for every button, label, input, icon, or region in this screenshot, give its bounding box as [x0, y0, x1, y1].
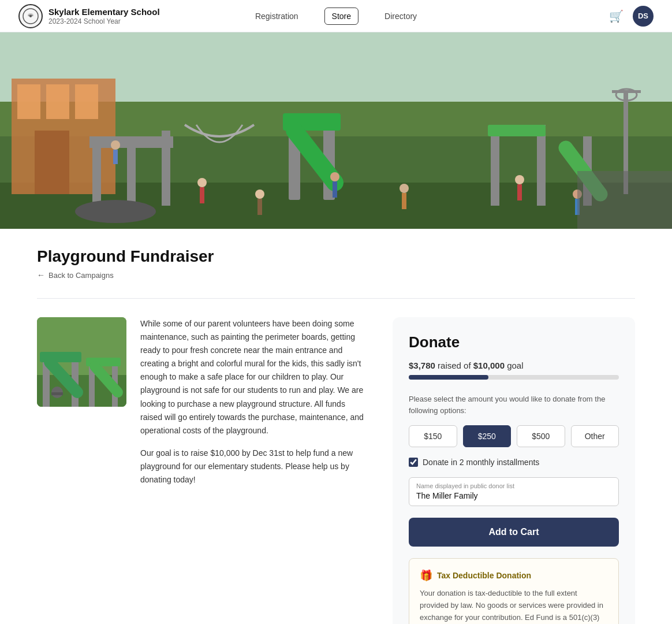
raised-amount: $3,780	[409, 361, 435, 370]
svg-point-27	[111, 140, 120, 150]
campaign-image	[37, 317, 126, 407]
svg-rect-18	[89, 136, 173, 148]
campaign-desc-1: While some of our parent volunteers have…	[140, 317, 365, 437]
svg-rect-8	[17, 84, 40, 119]
svg-rect-10	[75, 84, 98, 119]
progress-bar-fill	[409, 375, 488, 380]
svg-point-37	[515, 175, 524, 184]
main-nav: Registration Store Directory	[248, 8, 424, 25]
tax-box-text: Your donation is tax-deductible to the f…	[420, 588, 608, 624]
svg-rect-41	[577, 171, 672, 229]
svg-rect-9	[46, 84, 69, 119]
donor-name-container: Name displayed in public donor list	[409, 477, 619, 506]
page-title: Playground Fundraiser	[37, 247, 635, 266]
amount-buttons: $150 $250 $500 Other	[409, 425, 619, 447]
svg-point-29	[197, 178, 207, 187]
tax-box-title: Tax Deductible Donation	[437, 571, 531, 580]
installment-checkbox[interactable]	[409, 458, 418, 467]
tax-box-header: 🎁 Tax Deductible Donation	[420, 569, 608, 582]
logo-icon	[18, 4, 43, 28]
campaign-desc-2: Our goal is to raise $10,000 by Dec 31st…	[140, 447, 365, 486]
site-header: Skylark Elementary School 2023-2024 Scho…	[0, 0, 672, 32]
main-layout: While some of our parent volunteers have…	[37, 317, 635, 624]
campaign-info: While some of our parent volunteers have…	[37, 317, 365, 496]
svg-rect-36	[402, 193, 406, 209]
amount-250-button[interactable]: $250	[463, 425, 512, 447]
svg-point-31	[330, 172, 339, 181]
donate-title: Donate	[409, 333, 619, 351]
school-name: Skylark Elementary School	[48, 7, 160, 17]
svg-point-2	[29, 15, 32, 17]
tax-box: 🎁 Tax Deductible Donation Your donation …	[409, 558, 619, 624]
amount-other-button[interactable]: Other	[571, 425, 619, 447]
back-link[interactable]: ← Back to Campaigns	[37, 270, 635, 280]
page-content: Playground Fundraiser ← Back to Campaign…	[18, 229, 654, 624]
cart-icon[interactable]: 🛒	[609, 9, 624, 23]
svg-point-19	[75, 200, 156, 223]
progress-bar	[409, 375, 619, 380]
donate-panel: Donate $3,780 raised of $10,000 goal Ple…	[393, 317, 635, 624]
tax-icon: 🎁	[420, 569, 432, 582]
header-actions: 🛒 DS	[609, 6, 654, 27]
select-prompt: Please select the amount you would like …	[409, 393, 619, 416]
school-info: Skylark Elementary School 2023-2024 Scho…	[48, 7, 160, 25]
amount-150-button[interactable]: $150	[409, 425, 457, 447]
svg-rect-32	[333, 181, 337, 198]
back-arrow-icon: ←	[37, 270, 45, 280]
goal-amount: $10,000	[473, 361, 505, 370]
nav-registration[interactable]: Registration	[248, 8, 306, 25]
section-divider	[37, 298, 635, 299]
school-emblem-svg	[23, 8, 39, 24]
svg-rect-23	[488, 125, 546, 136]
raised-info: $3,780 raised of $10,000 goal	[409, 361, 619, 370]
svg-rect-20	[491, 125, 499, 206]
svg-rect-38	[517, 184, 522, 200]
svg-rect-34	[257, 199, 262, 215]
back-link-label: Back to Campaigns	[48, 271, 114, 280]
school-year: 2023-2024 School Year	[48, 17, 160, 25]
donor-name-input[interactable]	[416, 491, 611, 500]
svg-point-35	[400, 184, 409, 193]
nav-directory[interactable]: Directory	[377, 8, 424, 25]
hero-svg	[0, 32, 672, 229]
campaign-description: While some of our parent volunteers have…	[37, 317, 365, 496]
donor-name-label: Name displayed in public donor list	[416, 482, 611, 489]
installment-label: Donate in 2 monthly installments	[423, 458, 539, 467]
svg-rect-28	[113, 150, 118, 164]
campaign-image-svg	[37, 317, 126, 407]
installment-row: Donate in 2 monthly installments	[409, 458, 619, 467]
hero-image	[0, 32, 672, 229]
school-logo: Skylark Elementary School 2023-2024 Scho…	[18, 4, 160, 28]
campaign-text: While some of our parent volunteers have…	[140, 317, 365, 496]
add-to-cart-button[interactable]: Add to Cart	[409, 518, 619, 547]
user-avatar[interactable]: DS	[633, 6, 654, 27]
nav-store[interactable]: Store	[324, 8, 359, 25]
svg-rect-51	[51, 392, 63, 395]
svg-rect-11	[35, 131, 69, 194]
svg-rect-30	[200, 187, 204, 203]
amount-500-button[interactable]: $500	[517, 425, 565, 447]
svg-point-33	[255, 190, 264, 199]
svg-rect-21	[537, 125, 546, 206]
